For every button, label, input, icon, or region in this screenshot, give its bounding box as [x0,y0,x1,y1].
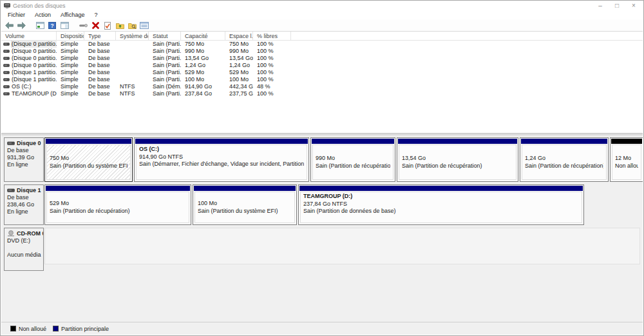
forward-icon[interactable] [16,21,26,30]
partition-region[interactable]: OS (C:)914,90 Go NTFSSain (Démarrer, Fic… [134,137,309,182]
minimize-button[interactable]: – [592,1,609,10]
volume-disk-icon [3,84,10,89]
free-space-cell: 237,75 Go [225,90,253,97]
disposition-cell: Simple [57,41,84,48]
search-folder-icon[interactable] [127,21,137,30]
column-header-5[interactable]: Statut [149,32,181,40]
capacity-cell: 1,24 Go [181,62,225,69]
free-space-cell: 13,54 Go [225,55,253,62]
disk-info-line [7,244,43,252]
table-row[interactable]: TEAMGROUP (D:)SimpleDe baseNTFSSain (Par… [1,90,643,97]
partition-region[interactable]: 1,24 GoSain (Partition de récupération) [520,137,609,182]
partition-title: TEAMGROUP (D:) [303,193,579,201]
free-percent-cell: 100 % [253,41,291,48]
free-percent-cell: 100 % [253,90,291,97]
free-space-cell: 990 Mo [225,48,253,55]
volume-name: (Disque 0 partitio... [12,41,57,48]
toolbar: ? [1,19,643,32]
column-header-1[interactable]: Volume [1,32,57,40]
maximize-button[interactable]: □ [609,1,625,10]
partition-status: Sain (Partition du système EFI) [50,163,128,170]
status-cell: Sain (Parti... [149,76,181,83]
folder-up-icon[interactable] [115,21,125,30]
toolbar-separator [28,25,33,26]
table-row[interactable]: (Disque 0 partitio...SimpleDe baseSain (… [1,62,643,69]
disk-info-line: En ligne [7,208,43,215]
properties-icon[interactable] [139,21,149,30]
partition-info: 529 MoSain (Partition de récupération) [46,192,189,223]
disk-label[interactable]: Disque 0De base931,39 GoEn ligne [4,137,44,182]
table-row[interactable]: (Disque 1 partitio...SimpleDe baseSain (… [1,76,643,83]
table-row[interactable]: (Disque 0 partitio...SimpleDe baseSain (… [1,41,643,48]
column-header-7[interactable]: Espace l... [225,32,253,40]
volume-disk-icon [3,63,10,68]
menu-affichage[interactable]: Affichage [56,12,90,18]
disk-management-window: Gestion des disques – □ × Fichier Action… [0,0,644,336]
volume-name: (Disque 1 partitio... [12,76,57,83]
disk-info-line: DVD (E:) [7,237,43,244]
table-row[interactable]: OS (C:)SimpleDe baseNTFSSain (Dém...914,… [1,83,643,90]
volume-name: (Disque 0 partitio... [12,55,57,62]
unallocated-region[interactable]: 12 MoNon alloué [610,137,643,182]
partition-region[interactable]: 750 MoSain (Partition du système EFI) [44,137,133,182]
partition-size: 237,84 Go NTFS [303,201,579,208]
column-header-8[interactable]: % libres [253,32,291,40]
free-percent-cell: 100 % [253,55,291,62]
column-header-2[interactable]: Disposition [57,32,84,40]
column-header-6[interactable]: Capacité [181,32,225,40]
cdrom-empty-media-area[interactable] [44,228,640,264]
partition-info: OS (C:)914,90 Go NTFSSain (Démarrer, Fic… [136,144,307,180]
partition-status: Sain (Partition de données de base) [303,208,579,215]
free-space-cell: 100 Mo [225,76,253,83]
filesystem-cell: NTFS [116,83,149,90]
type-cell: De base [84,69,116,76]
partition-status: Sain (Partition du système EFI) [198,208,292,215]
filesystem-cell [116,62,149,69]
volume-name: (Disque 0 partitio... [12,62,57,69]
disk-label[interactable]: CD-ROM 0DVD (E:)Aucun média [4,228,44,271]
volume-cell: (Disque 0 partitio... [1,41,57,48]
table-row[interactable]: (Disque 0 partitio...SimpleDe baseSain (… [1,55,643,62]
capacity-cell: 100 Mo [181,76,225,83]
disk-row-disque-1: Disque 1De base238,46 GoEn ligne529 MoSa… [4,184,584,225]
table-row[interactable]: (Disque 0 partitio...SimpleDe baseSain (… [1,48,643,55]
partition-info: 12 MoNon alloué [612,144,641,180]
partition-size: 100 Mo [198,200,292,208]
volume-cell: TEAMGROUP (D:) [1,90,57,97]
column-header-4[interactable]: Système de... [116,32,149,40]
type-cell: De base [84,83,116,90]
volume-cell: OS (C:) [1,83,57,90]
disposition-cell: Simple [57,48,84,55]
volume-disk-icon [3,42,10,46]
partition-region[interactable]: 990 MoSain (Partition de récupération) [310,137,395,182]
partition-region[interactable]: 529 MoSain (Partition de récupération) [44,184,191,225]
table-row[interactable]: (Disque 1 partitio...SimpleDe baseSain (… [1,69,643,76]
menu-fichier[interactable]: Fichier [3,12,30,18]
check-document-icon[interactable] [102,21,113,30]
action-pane-icon[interactable] [59,21,70,30]
console-tree-icon[interactable] [35,21,45,30]
menu-action[interactable]: Action [30,12,56,18]
capacity-cell: 750 Mo [181,41,225,48]
delete-icon[interactable] [90,21,100,30]
volume-name: (Disque 0 partitio... [12,48,57,55]
partition-region[interactable]: TEAMGROUP (D:)237,84 Go NTFSSain (Partit… [298,184,584,225]
partition-size: 1,24 Go [525,155,603,163]
back-icon[interactable] [4,21,14,30]
tool-icon[interactable] [78,21,88,30]
legend-label: Non alloué [19,326,46,332]
disk-info-line: Aucun média [7,252,43,259]
close-button[interactable]: × [625,1,642,10]
partitions-strip: 529 MoSain (Partition de récupération)10… [44,184,584,225]
primary-partition-color-strip [299,186,583,191]
disk-label[interactable]: Disque 1De base238,46 GoEn ligne [4,184,44,225]
menu-help[interactable]: ? [90,12,102,18]
volume-name: (Disque 1 partitio... [12,69,57,76]
filesystem-cell [116,41,149,48]
partition-region[interactable]: 13,54 GoSain (Partition de récupération) [397,137,518,182]
partition-region[interactable]: 100 MoSain (Partition du système EFI) [193,184,297,225]
window-title: Gestion des disques [13,3,66,9]
volume-disk-icon [3,56,10,61]
column-header-3[interactable]: Type [84,32,116,40]
help-icon[interactable]: ? [47,21,57,30]
